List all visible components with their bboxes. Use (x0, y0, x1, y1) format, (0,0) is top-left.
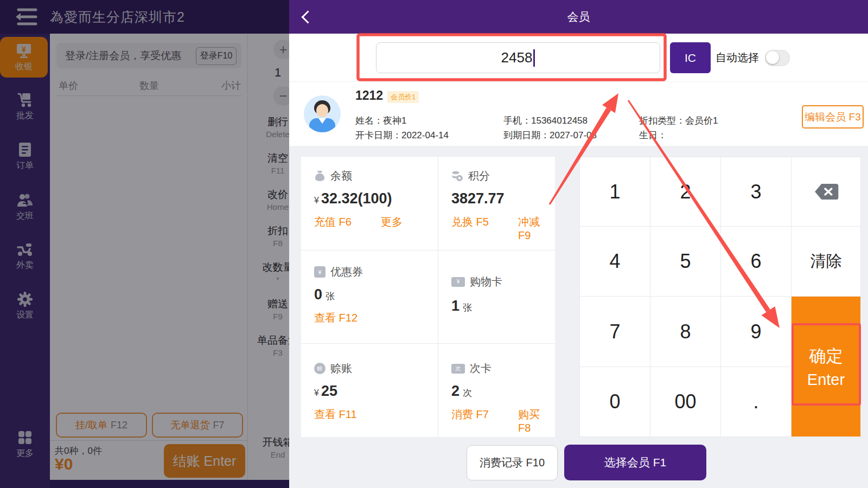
times-card-value: 2次 (451, 383, 555, 400)
numpad-clear-button[interactable]: 清除 (792, 227, 860, 297)
member-avatar (304, 95, 341, 132)
credit-label: 赊账 (330, 361, 352, 376)
numpad-key-9[interactable]: 9 (721, 297, 792, 367)
member-name: 姓名：夜神1 (355, 114, 406, 127)
shopping-card-card: ¥ 购物卡 1张 (438, 251, 555, 344)
auto-select-label: 自动选择 (716, 34, 759, 81)
points-card: 积分 3827.77 兑换 F5 冲减 F9 (438, 157, 555, 251)
numpad-confirm-enter-button[interactable]: 确定 Enter (792, 297, 860, 436)
balance-label: 余额 (330, 169, 352, 183)
balance-more-link[interactable]: 更多 (381, 215, 403, 229)
points-value: 3827.77 (451, 190, 555, 207)
money-bag-icon (314, 170, 326, 182)
numpad-key-4[interactable]: 4 (580, 227, 650, 297)
dialog-header: 会员 (289, 0, 868, 34)
credit-value: ¥25 (314, 383, 438, 400)
balance-value: ¥32.32(100) (314, 190, 438, 207)
shopping-card-value: 1张 (451, 298, 555, 314)
toggle-knob (766, 51, 779, 64)
member-search-row: 2458 IC 自动选择 (289, 34, 868, 81)
back-icon[interactable] (301, 10, 314, 23)
credit-card: 赊 赊账 ¥25 查看 F11 (301, 344, 438, 437)
select-member-button[interactable]: 选择会员 F1 (564, 445, 706, 480)
shopping-card-label: 购物卡 (470, 274, 502, 289)
dialog-title: 会员 (567, 9, 590, 24)
numpad-key-5[interactable]: 5 (650, 227, 721, 297)
numpad-key-0[interactable]: 0 (580, 367, 650, 436)
edit-member-button[interactable]: 编辑会员 F3 (802, 105, 864, 129)
member-phone: 手机：15364012458 (503, 114, 588, 127)
numpad-key-2[interactable]: 2 (650, 157, 721, 227)
member-dialog: 会员 2458 IC 自动选择 1212 会员价1 姓名：夜神1 手机：1536 (289, 0, 868, 488)
search-value: 2458 (501, 49, 533, 66)
numpad-key-8[interactable]: 8 (650, 297, 721, 367)
numpad-key-6[interactable]: 6 (721, 227, 792, 297)
numpad-key-00[interactable]: 00 (650, 367, 721, 436)
balance-card: 余额 ¥32.32(100) 充值 F6 更多 (301, 157, 438, 251)
consume-link[interactable]: 消费 F7 (451, 408, 489, 420)
coupon-icon: ¥ (314, 266, 326, 278)
member-search-input[interactable]: 2458 (376, 42, 660, 73)
times-card-label: 次卡 (470, 361, 492, 376)
redeem-link[interactable]: 兑换 F5 (451, 216, 489, 228)
coupons-card: ¥ 优惠券 0张 查看 F12 (301, 251, 438, 344)
auto-select-toggle[interactable] (765, 50, 790, 66)
member-open-date: 开卡日期：2022-04-14 (355, 129, 449, 142)
member-id: 1212 (355, 88, 383, 103)
pos-screen: 為愛而生分店深圳市2 ¥ 收银 批发 (0, 0, 868, 488)
times-card-icon: 次 (451, 364, 465, 374)
coins-icon (451, 170, 463, 182)
points-label: 积分 (468, 169, 490, 183)
modal-dim-overlay (0, 0, 289, 488)
ic-card-button[interactable]: IC (670, 42, 711, 73)
credit-icon: 赊 (314, 363, 326, 374)
numpad-key-dot[interactable]: . (721, 367, 792, 436)
coupons-label: 优惠券 (330, 265, 363, 279)
member-info-row: 1212 会员价1 姓名：夜神1 手机：15364012458 折扣类型：会员价… (289, 81, 868, 146)
coupons-value: 0张 (314, 286, 438, 303)
numpad-backspace-button[interactable] (792, 157, 860, 227)
member-discount-type: 折扣类型：会员价1 (639, 114, 718, 127)
numpad-key-3[interactable]: 3 (721, 157, 792, 227)
numpad: 1 2 3 4 5 6 清除 7 8 9 确定 Enter 0 00 . (579, 157, 861, 437)
times-card-card: 次 次卡 2次 消费 F7 购买 F8 (438, 344, 555, 437)
buy-link[interactable]: 购买 F8 (518, 407, 555, 434)
view-credit-link[interactable]: 查看 F11 (314, 408, 357, 420)
text-caret (533, 49, 535, 67)
backspace-icon (813, 183, 839, 201)
numpad-key-1[interactable]: 1 (580, 157, 650, 227)
view-coupons-link[interactable]: 查看 F12 (314, 312, 358, 324)
member-level-badge: 会员价1 (387, 91, 419, 103)
shopping-card-icon: ¥ (451, 277, 465, 287)
member-expire-date: 到期日期：2027-07-03 (503, 129, 597, 142)
purchase-history-button[interactable]: 消费记录 F10 (467, 445, 558, 480)
numpad-key-7[interactable]: 7 (580, 297, 650, 367)
recharge-link[interactable]: 充值 F6 (314, 216, 352, 228)
member-birthday: 生日： (639, 129, 667, 142)
deduct-link[interactable]: 冲减 F9 (518, 215, 555, 242)
